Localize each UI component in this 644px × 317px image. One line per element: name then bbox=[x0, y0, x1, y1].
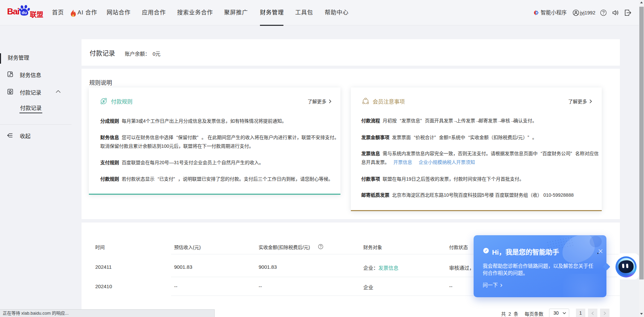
svg-text:du: du bbox=[22, 10, 27, 15]
